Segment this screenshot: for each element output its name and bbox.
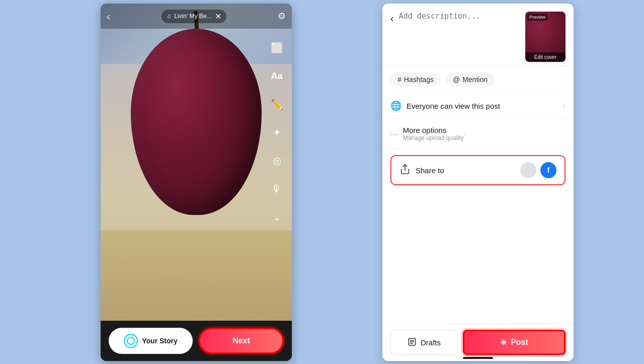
more-options-row[interactable]: ··· More options Manage upload quality › xyxy=(382,119,574,149)
apple-body xyxy=(131,29,262,215)
more-options-text-group: More options Manage upload quality xyxy=(403,126,464,141)
tags-row: # Hashtags @ Mention xyxy=(382,66,574,93)
preview-label: Preview xyxy=(527,14,547,21)
music-close-icon[interactable]: ✕ xyxy=(215,12,221,21)
text-icon[interactable]: Aa xyxy=(268,67,286,85)
share-to-row[interactable]: Share to f xyxy=(390,155,566,185)
apple-image xyxy=(126,29,267,230)
hashtags-label: Hashtags xyxy=(404,76,434,84)
share-toggles: f xyxy=(520,162,556,178)
background-image xyxy=(101,4,292,321)
more-options-sub-label: Manage upload quality xyxy=(403,134,464,141)
hashtags-button[interactable]: # Hashtags xyxy=(390,72,441,87)
post-label: Post xyxy=(511,338,528,347)
facebook-icon: f xyxy=(547,166,550,174)
globe-icon: 🌐 xyxy=(390,100,401,111)
post-settings-panel: ‹ Preview Edit cover # Hashtags @ Mentio… xyxy=(382,4,574,361)
mic-icon[interactable]: 🎙 xyxy=(268,180,286,198)
story-content xyxy=(101,4,292,321)
share-to-label: Share to xyxy=(416,166,520,175)
post-star-icon: ✳ xyxy=(500,338,507,347)
your-story-label: Your Story xyxy=(142,337,178,345)
description-input[interactable] xyxy=(399,12,520,42)
draw-icon[interactable]: ✏️ xyxy=(268,95,286,113)
facebook-share-button[interactable]: f xyxy=(540,162,556,178)
bottom-action-bar: Your Story Next xyxy=(101,321,292,361)
mention-label: Mention xyxy=(462,76,488,84)
mention-icon: @ xyxy=(453,76,460,84)
right-tools: ⬜ Aa ✏️ ✦ ◎ 🎙 ⌄ xyxy=(268,39,286,226)
mention-button[interactable]: @ Mention xyxy=(446,72,495,87)
hashtag-icon: # xyxy=(397,76,401,84)
more-options-icon: ··· xyxy=(390,130,398,138)
back-button[interactable]: ‹ xyxy=(107,11,110,22)
drafts-button[interactable]: Drafts xyxy=(390,330,458,355)
story-circle-inner xyxy=(127,337,135,345)
music-icon: ♫ xyxy=(167,13,171,20)
post-header: ‹ Preview Edit cover xyxy=(382,4,574,66)
more-options-label: More options xyxy=(403,126,464,134)
drafts-label: Drafts xyxy=(421,338,441,347)
bottom-indicator xyxy=(463,357,493,359)
more-options-chevron-icon: › xyxy=(463,129,466,138)
music-title: Livin' My Be... xyxy=(174,13,211,20)
visibility-row[interactable]: 🌐 Everyone can view this post › xyxy=(382,93,574,119)
story-panel: ‹ ♫ Livin' My Be... ✕ ⚙ ⬜ Aa ✏️ ✦ ◎ 🎙 ⌄ xyxy=(101,4,292,361)
visibility-chevron-icon: › xyxy=(563,101,566,110)
header-back-button[interactable]: ‹ xyxy=(390,12,394,24)
top-bar: ‹ ♫ Livin' My Be... ✕ ⚙ xyxy=(101,4,292,29)
gear-icon[interactable]: ⚙ xyxy=(278,11,286,22)
effects-icon[interactable]: ◎ xyxy=(268,152,286,170)
your-story-button[interactable]: Your Story xyxy=(109,328,193,354)
sticker-icon[interactable]: ⬜ xyxy=(268,39,286,57)
next-label: Next xyxy=(232,336,250,345)
post-button[interactable]: ✳ Post xyxy=(463,330,566,355)
add-icon[interactable]: ✦ xyxy=(268,123,286,141)
bottom-actions-bar: Drafts ✳ Post xyxy=(382,323,574,361)
visibility-label: Everyone can view this post xyxy=(407,102,563,110)
chevron-down-icon[interactable]: ⌄ xyxy=(268,208,286,226)
next-button[interactable]: Next xyxy=(199,328,284,354)
drafts-icon xyxy=(408,337,417,348)
story-circle-icon xyxy=(124,334,138,348)
share-icon xyxy=(399,164,411,177)
preview-thumbnail: Preview Edit cover xyxy=(525,12,566,62)
toggle-off-button[interactable] xyxy=(520,162,536,178)
music-bar[interactable]: ♫ Livin' My Be... ✕ xyxy=(162,10,226,23)
edit-cover-button[interactable]: Edit cover xyxy=(525,52,566,62)
